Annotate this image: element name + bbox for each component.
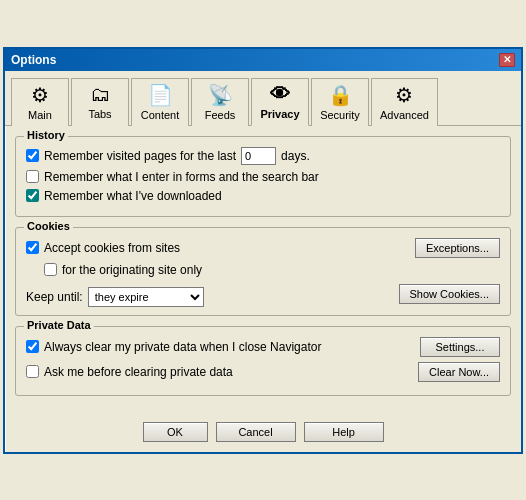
history-group-label: History [24, 129, 68, 141]
tab-tabs[interactable]: 🗂 Tabs [71, 78, 129, 126]
keep-until-label: Keep until: [26, 290, 83, 304]
ask-before-row: Ask me before clearing private data Clea… [26, 362, 500, 382]
tab-feeds[interactable]: 📡 Feeds [191, 78, 249, 126]
tab-security[interactable]: 🔒 Security [311, 78, 369, 126]
security-icon: 🔒 [328, 83, 353, 107]
remember-visited-row: Remember visited pages for the last days… [26, 147, 500, 165]
close-button[interactable]: ✕ [499, 53, 515, 67]
remember-downloads-label: Remember what I've downloaded [44, 189, 222, 203]
remember-downloads-checkbox[interactable] [26, 189, 39, 202]
always-clear-label: Always clear my private data when I clos… [44, 340, 321, 354]
clear-now-button[interactable]: Clear Now... [418, 362, 500, 382]
main-icon: ⚙ [31, 83, 49, 107]
private-data-group-label: Private Data [24, 319, 94, 331]
window-title: Options [11, 53, 56, 67]
tab-advanced[interactable]: ⚙ Advanced [371, 78, 438, 126]
feeds-icon: 📡 [208, 83, 233, 107]
days-unit: days. [281, 149, 310, 163]
keep-until-row: Keep until: they expire I close Firefox … [26, 287, 204, 307]
tabs-icon: 🗂 [90, 83, 110, 106]
accept-cookies-label: Accept cookies from sites [44, 241, 180, 255]
bottom-button-bar: OK Cancel Help [5, 416, 521, 452]
always-clear-left: Always clear my private data when I clos… [26, 340, 321, 354]
cookies-group: Cookies Accept cookies from sites Except… [15, 227, 511, 316]
remember-forms-label: Remember what I enter in forms and the s… [44, 170, 319, 184]
always-clear-row: Always clear my private data when I clos… [26, 337, 500, 357]
remember-visited-label: Remember visited pages for the last [44, 149, 236, 163]
ask-before-label: Ask me before clearing private data [44, 365, 233, 379]
show-cookies-button[interactable]: Show Cookies... [399, 284, 500, 304]
help-button[interactable]: Help [304, 422, 384, 442]
tab-security-label: Security [320, 109, 360, 121]
content-area: History Remember visited pages for the l… [5, 126, 521, 416]
accept-cookies-checkbox[interactable] [26, 241, 39, 254]
tab-advanced-label: Advanced [380, 109, 429, 121]
tab-feeds-label: Feeds [205, 109, 236, 121]
advanced-icon: ⚙ [395, 83, 413, 107]
tab-main-label: Main [28, 109, 52, 121]
content-icon: 📄 [148, 83, 173, 107]
tab-privacy[interactable]: 👁 Privacy [251, 78, 309, 126]
remember-forms-checkbox[interactable] [26, 170, 39, 183]
ask-before-left: Ask me before clearing private data [26, 365, 233, 379]
exceptions-button[interactable]: Exceptions... [415, 238, 500, 258]
always-clear-checkbox[interactable] [26, 340, 39, 353]
ok-button[interactable]: OK [143, 422, 208, 442]
originating-row: for the originating site only [44, 263, 500, 277]
keep-until-select[interactable]: they expire I close Firefox ask me every… [88, 287, 204, 307]
cookies-group-label: Cookies [24, 220, 73, 232]
tab-privacy-label: Privacy [260, 108, 299, 120]
tab-bar: ⚙ Main 🗂 Tabs 📄 Content 📡 Feeds 👁 Privac… [5, 71, 521, 126]
originating-checkbox[interactable] [44, 263, 57, 276]
privacy-icon: 👁 [270, 83, 290, 106]
cancel-button[interactable]: Cancel [216, 422, 296, 442]
ask-before-checkbox[interactable] [26, 365, 39, 378]
options-window: Options ✕ ⚙ Main 🗂 Tabs 📄 Content 📡 Feed… [3, 47, 523, 454]
accept-cookies-left: Accept cookies from sites [26, 241, 180, 255]
remember-downloads-row: Remember what I've downloaded [26, 189, 500, 203]
settings-button[interactable]: Settings... [420, 337, 500, 357]
tab-content-label: Content [141, 109, 180, 121]
private-data-group: Private Data Always clear my private dat… [15, 326, 511, 396]
history-group: History Remember visited pages for the l… [15, 136, 511, 217]
accept-cookies-row: Accept cookies from sites Exceptions... [26, 238, 500, 258]
remember-visited-checkbox[interactable] [26, 149, 39, 162]
title-bar: Options ✕ [5, 49, 521, 71]
remember-forms-row: Remember what I enter in forms and the s… [26, 170, 500, 184]
days-input[interactable] [241, 147, 276, 165]
tab-main[interactable]: ⚙ Main [11, 78, 69, 126]
originating-label: for the originating site only [62, 263, 202, 277]
tab-content[interactable]: 📄 Content [131, 78, 189, 126]
tab-tabs-label: Tabs [88, 108, 111, 120]
